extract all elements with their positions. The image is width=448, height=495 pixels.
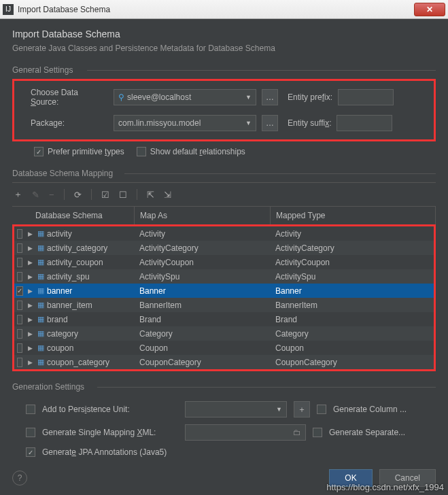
- expand-arrow-icon[interactable]: ▶: [25, 245, 35, 252]
- table-row[interactable]: ▶▦brandBrandBrand: [14, 312, 434, 326]
- row-checkbox[interactable]: [17, 258, 22, 267]
- mapped-type-value: Brand: [273, 315, 434, 324]
- package-combo[interactable]: com.lin.missyou.model ▼: [114, 115, 256, 131]
- table-row[interactable]: ▶▦activityActivityActivity: [14, 226, 434, 241]
- table-icon: ▦: [37, 229, 44, 238]
- th-mapas: Map As: [135, 207, 271, 224]
- table-row[interactable]: ▶▦activity_couponActivityCouponActivityC…: [14, 255, 434, 269]
- gen-column-checkbox[interactable]: [317, 405, 326, 414]
- collapse-icon[interactable]: ⇲: [164, 190, 171, 200]
- show-default-rel-checkbox[interactable]: [137, 147, 146, 156]
- package-browse-button[interactable]: …: [262, 115, 278, 131]
- row-checkbox[interactable]: [17, 329, 22, 339]
- add-persistence-checkbox[interactable]: [26, 405, 35, 414]
- th-schema: Database Schema: [12, 207, 135, 224]
- row-checkbox[interactable]: [17, 315, 22, 324]
- expand-icon[interactable]: ⇱: [147, 190, 154, 200]
- window-title: Import Database Schema: [18, 5, 110, 14]
- expand-arrow-icon[interactable]: ▶: [25, 359, 35, 366]
- prefer-primitive-checkbox[interactable]: [34, 147, 44, 156]
- package-value: com.lin.missyou.model: [118, 118, 201, 128]
- refresh-icon[interactable]: ⟳: [74, 190, 82, 200]
- mapped-type-value: ActivityCategory: [273, 243, 434, 253]
- chevron-down-icon: ▼: [245, 120, 252, 126]
- entity-prefix-input[interactable]: [338, 89, 394, 105]
- expand-arrow-icon[interactable]: ▶: [25, 259, 35, 266]
- entity-suffix-input[interactable]: [337, 115, 392, 131]
- table-icon: ▦: [37, 243, 44, 252]
- add-persistence-unit-button[interactable]: ＋: [294, 401, 310, 417]
- add-icon[interactable]: ＋: [14, 188, 22, 201]
- table-row[interactable]: ▶▦couponCouponCoupon: [14, 341, 434, 355]
- row-checkbox[interactable]: [17, 272, 22, 281]
- generation-settings-section: Generation Settings: [12, 382, 436, 392]
- table-row[interactable]: ▶▦bannerBannerBanner: [14, 284, 434, 298]
- table-row[interactable]: ▶▦activity_categoryActivityCategoryActiv…: [14, 241, 434, 255]
- row-checkbox[interactable]: [17, 301, 22, 310]
- table-row[interactable]: ▶▦categoryCategoryCategory: [14, 326, 434, 341]
- edit-icon: ✎: [32, 190, 39, 200]
- map-as-value: Coupon: [137, 343, 273, 353]
- map-as-value: Category: [137, 329, 273, 339]
- schema-name: activity_coupon: [47, 258, 103, 267]
- window-close-button[interactable]: ✕: [414, 3, 445, 16]
- jpa-annotations-checkbox[interactable]: [26, 447, 35, 457]
- mapped-type-value: Banner: [273, 286, 434, 296]
- show-default-rel-label: Show default relationships: [150, 147, 245, 156]
- table-row[interactable]: ▶▦banner_itemBannerItemBannerItem: [14, 298, 434, 312]
- window-titlebar: IJ Import Database Schema ✕: [0, 0, 448, 19]
- package-label: Package:: [20, 118, 108, 128]
- gen-column-label: Generate Column ...: [333, 405, 407, 414]
- add-persistence-label: Add to Persistence Unit:: [42, 405, 178, 414]
- row-checkbox[interactable]: [16, 286, 23, 296]
- expand-arrow-icon[interactable]: ▶: [25, 288, 35, 294]
- select-all-icon[interactable]: ☑: [101, 190, 109, 200]
- expand-arrow-icon[interactable]: ▶: [25, 231, 35, 237]
- expand-arrow-icon[interactable]: ▶: [25, 345, 35, 352]
- table-icon: ▦: [37, 329, 44, 338]
- gen-separate-checkbox[interactable]: [313, 428, 322, 437]
- help-button[interactable]: ?: [12, 471, 27, 485]
- row-checkbox[interactable]: [17, 358, 22, 367]
- schema-name: banner: [47, 286, 72, 296]
- table-row[interactable]: ▶▦activity_spuActivitySpuActivitySpu: [14, 269, 434, 284]
- row-checkbox[interactable]: [17, 243, 22, 253]
- schema-name: banner_item: [47, 301, 92, 310]
- single-mapping-label: Generate Single Mapping XML:: [42, 428, 178, 437]
- schema-name: brand: [47, 315, 68, 324]
- entity-suffix-label: Entity suffix:: [288, 118, 331, 128]
- mapped-type-value: Activity: [273, 229, 434, 239]
- chevron-down-icon: ▼: [245, 94, 252, 101]
- dialog-title: Import Database Schema: [12, 29, 436, 39]
- mapping-table-body: ▶▦activityActivityActivity▶▦activity_cat…: [14, 226, 434, 369]
- jpa-annotations-label: Generate JPA Annotations (Java5): [42, 447, 167, 457]
- persistence-unit-combo[interactable]: ▼: [185, 401, 287, 417]
- database-icon: ⚲: [118, 92, 124, 102]
- expand-arrow-icon[interactable]: ▶: [25, 316, 35, 323]
- table-icon: ▦: [37, 258, 44, 267]
- deselect-all-icon[interactable]: ☐: [119, 190, 127, 200]
- table-icon: ▦: [37, 358, 44, 366]
- data-source-value: sleeve@localhost: [127, 92, 191, 102]
- expand-arrow-icon[interactable]: ▶: [25, 273, 35, 280]
- table-icon: ▦: [37, 343, 44, 352]
- mapped-type-value: ActivityCoupon: [273, 258, 434, 267]
- single-mapping-checkbox[interactable]: [26, 428, 35, 437]
- row-checkbox[interactable]: [17, 229, 22, 239]
- expand-arrow-icon[interactable]: ▶: [25, 302, 35, 309]
- table-icon: ▦: [37, 286, 44, 295]
- expand-arrow-icon[interactable]: ▶: [25, 330, 35, 337]
- schema-mapping-section: Database Schema Mapping: [12, 169, 436, 178]
- schema-name: coupon: [47, 343, 73, 353]
- data-source-combo[interactable]: ⚲ sleeve@localhost ▼: [114, 89, 256, 105]
- schema-name: activity: [47, 229, 72, 239]
- mapped-type-value: Category: [273, 329, 434, 339]
- table-row[interactable]: ▶▦coupon_categoryCouponCategoryCouponCat…: [14, 355, 434, 369]
- entity-prefix-label: Entity prefix:: [288, 92, 332, 102]
- map-as-value: Banner: [137, 286, 273, 296]
- row-checkbox[interactable]: [17, 343, 22, 353]
- single-mapping-input[interactable]: 🗀: [185, 424, 306, 441]
- dialog-subtitle: Generate Java Classes and Persistence Me…: [12, 44, 436, 53]
- data-source-browse-button[interactable]: …: [262, 89, 278, 105]
- mapping-table-header: Database Schema Map As Mapped Type: [12, 207, 436, 225]
